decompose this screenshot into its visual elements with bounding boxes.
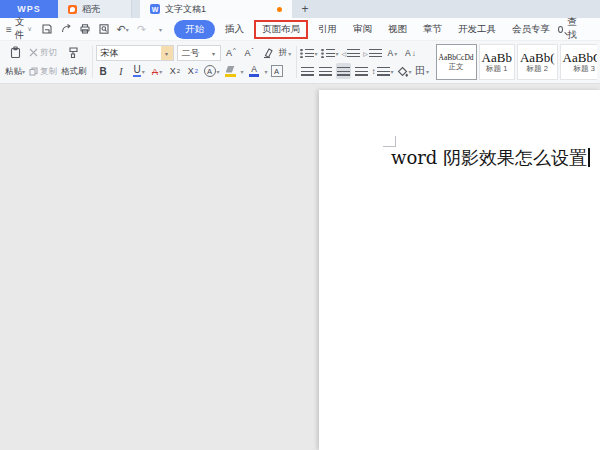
copy-label: 复制 <box>40 66 57 78</box>
style-heading-1[interactable]: AaBb 标题 1 <box>479 44 515 80</box>
new-tab-button[interactable]: + <box>292 0 318 18</box>
tab-view[interactable]: 视图 <box>380 20 415 39</box>
document-page[interactable]: word 阴影效果怎么设置 <box>319 90 600 450</box>
tab-review[interactable]: 审阅 <box>345 20 380 39</box>
export-pdf-button[interactable] <box>58 22 73 37</box>
strikethrough-icon: A <box>152 66 158 77</box>
increase-indent-icon: ▷ <box>363 50 368 57</box>
document-tab[interactable]: W 文字文稿1 <box>140 0 292 18</box>
cut-copy-stack: 剪切 复制 <box>29 44 57 80</box>
align-center-button[interactable] <box>318 63 333 79</box>
cut-button[interactable]: 剪切 <box>29 46 57 59</box>
shrink-font-button[interactable]: Aˇ <box>242 45 257 61</box>
docer-tab[interactable]: 稻壳 <box>58 0 132 18</box>
bullet-list-icon <box>300 49 314 58</box>
bold-button[interactable]: B <box>96 63 111 79</box>
save-icon <box>41 23 53 35</box>
superscript-button[interactable]: X2 <box>168 63 183 79</box>
font-color-button[interactable]: A <box>247 63 262 79</box>
print-preview-button[interactable] <box>96 22 111 37</box>
search-icon <box>558 26 563 33</box>
highlight-dropdown-icon[interactable]: ▾ <box>241 68 244 75</box>
tab-developer[interactable]: 开发工具 <box>450 20 504 39</box>
highlight-button[interactable] <box>223 63 238 79</box>
tab-references[interactable]: 引用 <box>310 20 345 39</box>
font-name-value: 宋体 <box>101 47 119 60</box>
style-preview: AaBbC( <box>563 51 597 64</box>
increase-indent-button[interactable]: ▷ <box>363 45 382 61</box>
decrease-indent-button[interactable]: ◁ <box>342 45 361 61</box>
document-text[interactable]: word 阴影效果怎么设置 <box>391 146 590 170</box>
style-label: 正文 <box>449 62 464 72</box>
sort-button[interactable]: A↓ <box>403 45 418 61</box>
numbered-list-button[interactable]: ▾ <box>321 45 339 61</box>
font-size-select[interactable]: 二号 ▾ <box>177 45 221 61</box>
strikethrough-button[interactable]: A▾ <box>150 63 165 79</box>
document-tab-label: 文字文稿1 <box>165 3 206 16</box>
tab-insert[interactable]: 插入 <box>217 20 252 39</box>
justify-button[interactable] <box>336 63 351 79</box>
text-effects-icon: A <box>204 65 216 77</box>
print-icon <box>79 23 91 35</box>
redo-button[interactable]: ↷ <box>134 22 149 37</box>
tab-home[interactable]: 开始 <box>174 20 215 39</box>
paste-label: 粘贴 <box>5 66 22 76</box>
clear-format-button[interactable] <box>260 45 275 61</box>
text-tool-icon: 拼 <box>279 47 288 59</box>
shading-button[interactable]: ▾ <box>397 63 412 79</box>
scissors-icon <box>29 48 38 57</box>
underline-dropdown-icon: ▾ <box>142 68 145 75</box>
style-label: 标题 2 <box>527 64 548 74</box>
font-color-dropdown-icon[interactable]: ▾ <box>265 68 268 75</box>
font-color-bar <box>249 74 259 77</box>
save-button[interactable] <box>39 22 54 37</box>
line-spacing-button[interactable]: ↕▾ <box>372 63 394 79</box>
document-workspace: word 阴影效果怎么设置 <box>0 84 600 450</box>
find-label: 查找 <box>567 16 578 42</box>
file-menu-label: 文件 <box>15 16 25 42</box>
copy-button[interactable]: 复制 <box>29 65 57 78</box>
print-button[interactable] <box>77 22 92 37</box>
tab-section[interactable]: 章节 <box>415 20 450 39</box>
italic-button[interactable]: I <box>114 63 129 79</box>
docer-icon <box>68 5 77 14</box>
borders-icon: 田 <box>415 66 425 76</box>
subscript-button[interactable]: X2 <box>186 63 201 79</box>
style-label: 标题 3 <box>574 64 595 74</box>
tab-membership[interactable]: 会员专享 <box>504 20 558 39</box>
quick-access-toolbar: ↶▾ ↷ ▾ <box>39 22 168 37</box>
distribute-button[interactable] <box>354 63 369 79</box>
clipboard-icon <box>9 46 22 59</box>
paste-button[interactable]: 粘贴▾ <box>3 44 27 80</box>
paste-dropdown-icon: ▾ <box>22 69 25 75</box>
numbered-list-dropdown-icon: ▾ <box>336 50 339 57</box>
shading-bucket-icon <box>397 66 408 77</box>
tab-page-layout[interactable]: 页面布局 <box>262 23 300 34</box>
find-button[interactable]: 查找 <box>558 16 579 42</box>
font-color-icon: A <box>251 65 257 74</box>
align-left-button[interactable] <box>300 63 315 79</box>
text-direction-button[interactable]: A▾ <box>385 45 400 61</box>
underline-button[interactable]: U▾ <box>132 63 147 79</box>
grow-font-mark: ^ <box>233 47 236 53</box>
line-spacing-icon <box>377 67 390 76</box>
file-menu[interactable]: ≡ 文件 ∨ <box>6 16 32 42</box>
character-shading-button[interactable]: A <box>271 65 283 77</box>
font-group: 宋体 ▾ 二号 ▾ A^ Aˇ 拼▾ B I U▾ A▾ X2 X2 A▾ ▾ … <box>96 43 293 81</box>
borders-button[interactable]: 田▾ <box>415 63 430 79</box>
align-left-icon <box>301 67 314 76</box>
grow-font-button[interactable]: A^ <box>224 45 239 61</box>
style-normal[interactable]: AaBbCcDd 正文 <box>436 44 477 80</box>
format-painter-button[interactable]: 格式刷 <box>59 44 89 80</box>
font-size-value: 二号 <box>182 47 200 60</box>
undo-button[interactable]: ↶▾ <box>115 22 130 37</box>
bullet-list-button[interactable]: ▾ <box>300 45 318 61</box>
text-effects-button[interactable]: A▾ <box>204 63 220 79</box>
customize-quick-access-button[interactable]: ▾ <box>153 22 168 37</box>
style-heading-3[interactable]: AaBbC( 标题 3 <box>560 44 597 80</box>
style-heading-2[interactable]: AaBb( 标题 2 <box>517 44 558 80</box>
window-tab-bar: WPS 稻壳 W 文字文稿1 + <box>0 0 600 18</box>
text-tool-button[interactable]: 拼▾ <box>278 45 293 61</box>
font-name-select[interactable]: 宋体 ▾ <box>96 45 174 61</box>
underline-icon: U <box>133 65 140 77</box>
